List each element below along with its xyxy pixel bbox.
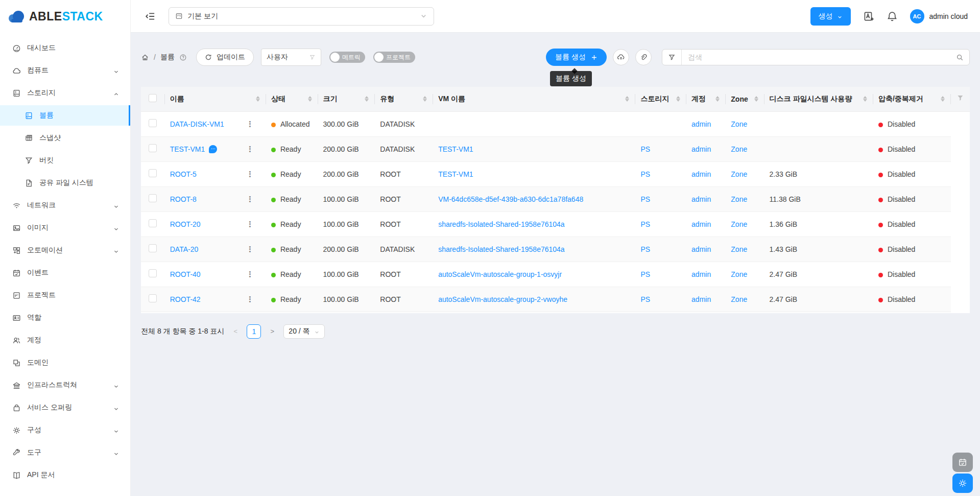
project-toggle[interactable]: 프로젝트 [373, 52, 415, 63]
volume-name-link[interactable]: ROOT-42 [170, 295, 201, 303]
sort-icon[interactable] [256, 96, 261, 102]
volume-name-link[interactable]: TEST-VM1 [170, 145, 205, 153]
sidebar-item-configuration[interactable]: 구성 [0, 420, 130, 440]
row-actions-icon[interactable]: ⋮ [243, 170, 261, 179]
column-header[interactable]: VM 이름 [433, 87, 635, 111]
sort-icon[interactable] [423, 96, 428, 102]
menu-fold-icon[interactable] [145, 11, 155, 21]
notification-bell-icon[interactable] [887, 11, 898, 22]
storage-link[interactable]: PS [640, 295, 650, 303]
sort-icon[interactable] [365, 96, 370, 102]
zone-link[interactable]: Zone [731, 295, 747, 303]
annotation-icon[interactable]: ⋯ [209, 145, 217, 153]
event-log-button[interactable] [952, 453, 973, 472]
storage-link[interactable]: PS [640, 220, 650, 228]
upload-volume-button[interactable] [613, 49, 629, 65]
sort-icon[interactable] [941, 96, 946, 102]
vm-name-link[interactable]: autoScaleVm-autoscale-group-2-vwoyhe [438, 295, 567, 303]
row-checkbox[interactable] [149, 144, 157, 152]
sort-icon[interactable] [715, 96, 721, 102]
row-actions-icon[interactable]: ⋮ [243, 195, 261, 204]
sort-icon[interactable] [754, 96, 759, 102]
account-link[interactable]: admin [691, 120, 711, 128]
account-link[interactable]: admin [691, 195, 711, 203]
volume-name-link[interactable]: ROOT-20 [170, 220, 201, 228]
help-question-icon[interactable] [179, 54, 187, 61]
create-button[interactable]: 생성 [810, 7, 851, 26]
sidebar-item-dashboard[interactable]: 대시보드 [0, 38, 130, 58]
account-link[interactable]: admin [691, 170, 711, 178]
page-number-button[interactable]: 1 [247, 324, 261, 339]
column-header[interactable]: 압축/중복제거 [873, 87, 951, 111]
vm-name-link[interactable]: TEST-VM1 [438, 145, 473, 153]
storage-link[interactable]: PS [640, 170, 650, 178]
sort-icon[interactable] [308, 96, 313, 102]
zone-link[interactable]: Zone [731, 220, 747, 228]
create-volume-button[interactable]: 볼륨 생성 [546, 49, 607, 66]
account-link[interactable]: admin [691, 295, 711, 303]
sidebar-item-api-docs[interactable]: API 문서 [0, 465, 130, 485]
zone-link[interactable]: Zone [731, 270, 747, 278]
sort-icon[interactable] [625, 96, 630, 102]
column-header[interactable]: 크기 [318, 87, 375, 111]
sidebar-item-domains[interactable]: 도메인 [0, 352, 130, 373]
column-header[interactable]: 디스크 파일시스템 사용량 [764, 87, 873, 111]
sidebar-item-network[interactable]: 네트워크 [0, 195, 130, 216]
volume-name-link[interactable]: ROOT-8 [170, 195, 197, 203]
sidebar-item-roles[interactable]: 역할 [0, 308, 130, 328]
vm-name-link[interactable]: VM-64dc658e-d5ef-439b-a630-6dc1a78fa648 [438, 195, 583, 203]
sidebar-item-projects[interactable]: 프로젝트 [0, 285, 130, 305]
row-checkbox[interactable] [149, 244, 157, 252]
volume-name-link[interactable]: DATA-20 [170, 245, 199, 253]
zone-link[interactable]: Zone [731, 145, 747, 153]
vm-name-link[interactable]: autoScaleVm-autoscale-group-1-osvyjr [438, 270, 562, 278]
row-actions-icon[interactable]: ⋮ [243, 220, 261, 229]
account-link[interactable]: admin [691, 220, 711, 228]
row-actions-icon[interactable]: ⋮ [243, 270, 261, 279]
sidebar-item-storage[interactable]: 스토리지 [0, 83, 130, 103]
row-checkbox[interactable] [149, 219, 157, 227]
home-icon[interactable] [141, 53, 149, 61]
prev-page-button[interactable]: < [229, 327, 242, 335]
sort-icon[interactable] [863, 96, 868, 102]
storage-link[interactable]: PS [640, 245, 650, 253]
zone-link[interactable]: Zone [731, 170, 747, 178]
sidebar-item-shared-fs[interactable]: 공유 파일 시스템 [0, 173, 130, 193]
volume-name-link[interactable]: ROOT-40 [170, 270, 201, 278]
sort-icon[interactable] [676, 96, 681, 102]
sidebar-item-volumes[interactable]: 볼륨 [0, 105, 130, 126]
row-checkbox[interactable] [149, 294, 157, 302]
page-size-select[interactable]: 20 / 쪽 [283, 324, 324, 339]
row-actions-icon[interactable]: ⋮ [243, 295, 261, 304]
vm-name-link[interactable]: sharedfs-Isolated-Shared-1958e76104a [438, 220, 565, 228]
search-input[interactable] [682, 50, 950, 65]
zone-link[interactable]: Zone [731, 120, 747, 128]
volume-name-link[interactable]: DATA-DISK-VM1 [170, 120, 224, 128]
settings-gear-button[interactable] [952, 474, 973, 493]
select-all-checkbox[interactable] [149, 94, 157, 102]
language-font-icon[interactable] [863, 11, 874, 22]
brand-logo[interactable]: ABLESTACK [0, 0, 130, 33]
zone-link[interactable]: Zone [731, 195, 747, 203]
column-header[interactable]: Zone [726, 87, 764, 111]
sidebar-item-buckets[interactable]: 버킷 [0, 150, 130, 171]
row-checkbox[interactable] [149, 119, 157, 127]
column-header[interactable]: 이름 [165, 87, 266, 111]
row-checkbox[interactable] [149, 269, 157, 277]
search-filter-icon[interactable] [662, 50, 682, 65]
sidebar-item-snapshots[interactable]: 스냅샷 [0, 128, 130, 148]
column-header[interactable]: 스토리지 [635, 87, 686, 111]
account-link[interactable]: admin [691, 145, 711, 153]
vm-name-link[interactable]: sharedfs-Isolated-Shared-1958e76104a [438, 245, 565, 253]
sidebar-item-infrastructure[interactable]: 인프라스트럭쳐 [0, 375, 130, 395]
sidebar-item-accounts[interactable]: 계정 [0, 330, 130, 350]
user-filter-select[interactable]: 사용자 [261, 49, 321, 66]
filter-icon[interactable] [956, 96, 965, 104]
account-link[interactable]: admin [691, 245, 711, 253]
link-button[interactable] [635, 49, 652, 65]
view-select[interactable]: 기본 보기 [169, 7, 434, 26]
storage-link[interactable]: PS [640, 270, 650, 278]
sidebar-item-service-offerings[interactable]: 서비스 오퍼링 [0, 397, 130, 418]
metric-toggle[interactable]: 메트릭 [329, 52, 365, 63]
row-checkbox[interactable] [149, 194, 157, 202]
